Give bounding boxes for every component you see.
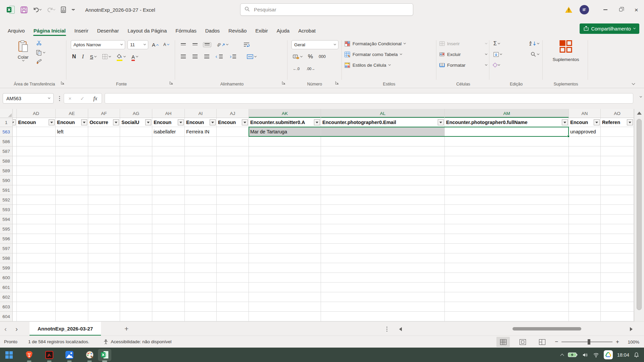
cell-AI603[interactable] [185, 302, 217, 312]
filter-button-AK[interactable] [314, 119, 320, 125]
row-header-595[interactable]: 595 [0, 224, 13, 234]
cell-AK586[interactable] [249, 137, 321, 146]
formula-input[interactable] [105, 93, 633, 104]
cell-AG603[interactable] [120, 302, 152, 312]
column-header-AK[interactable]: AK [249, 109, 321, 118]
cell-AM563[interactable] [445, 127, 569, 137]
cell-AI599[interactable] [185, 263, 217, 273]
column-header-partial[interactable] [13, 109, 17, 118]
cell-AM594[interactable] [445, 215, 569, 224]
cell-AJ597[interactable] [217, 244, 249, 253]
cell-AJ588[interactable] [217, 156, 249, 166]
cell-AD601[interactable] [17, 283, 56, 292]
font-name-combo[interactable]: Aptos Narrow [71, 40, 125, 49]
row-header-1[interactable]: 1 [0, 118, 13, 127]
number-dialog-launcher[interactable] [335, 80, 339, 86]
cell-AD600[interactable] [17, 273, 56, 283]
column-header-AJ[interactable]: AJ [217, 109, 249, 118]
merge-dropdown-icon[interactable] [254, 55, 257, 57]
font-size-combo[interactable]: 11 [127, 40, 148, 49]
cell-AI595[interactable] [185, 224, 217, 234]
cell-AM590[interactable] [445, 176, 569, 185]
cell-AM593[interactable] [445, 205, 569, 215]
cell-AL589[interactable] [321, 166, 445, 176]
cell-AD586[interactable] [17, 137, 56, 146]
cell-AD604[interactable] [17, 312, 56, 321]
row-header-590[interactable]: 590 [0, 176, 13, 185]
cell-AF604[interactable] [88, 312, 120, 321]
enter-button[interactable]: ✓ [80, 96, 85, 102]
taskbar-brave-button[interactable] [25, 351, 34, 359]
cell-AH602[interactable] [152, 292, 185, 302]
cell-AL586[interactable] [321, 137, 445, 146]
column-header-AF[interactable]: AF [88, 109, 120, 118]
cell-AI587[interactable] [185, 146, 217, 156]
prev-sheet-button[interactable]: ‹ [0, 325, 11, 333]
cell-AI588[interactable] [185, 156, 217, 166]
cell-AM598[interactable] [445, 253, 569, 263]
cell-AE591[interactable] [56, 185, 88, 195]
cell-AI594[interactable] [185, 215, 217, 224]
undo-dropdown-icon[interactable] [39, 8, 42, 10]
cell-AO604[interactable] [601, 312, 634, 321]
bold-button[interactable]: N [71, 53, 77, 60]
cell-AG604[interactable] [120, 312, 152, 321]
cell-AM592[interactable] [445, 195, 569, 205]
start-button[interactable] [5, 351, 13, 359]
vertical-scroll-thumb[interactable] [637, 119, 642, 310]
wifi-icon[interactable] [593, 352, 599, 358]
cell-AG589[interactable] [120, 166, 152, 176]
cell-AH592[interactable] [152, 195, 185, 205]
sheet-tab-active[interactable]: AnnotnExp_2026-03-27 [30, 322, 101, 336]
conditional-formatting-button[interactable]: Formatação Condicional [343, 39, 435, 48]
zoom-level[interactable]: 100% [624, 340, 639, 345]
cell-AH588[interactable] [152, 156, 185, 166]
filter-button-AM[interactable] [562, 119, 568, 125]
sort-filter-button[interactable]: AZ [528, 41, 541, 47]
cell-partial587[interactable] [13, 146, 17, 156]
cell-AG601[interactable] [120, 283, 152, 292]
taskbar-photos-button[interactable] [65, 351, 74, 359]
cell-AE604[interactable] [56, 312, 88, 321]
name-box-dropdown-icon[interactable] [48, 97, 50, 99]
cell-AF600[interactable] [88, 273, 120, 283]
cell-AH591[interactable] [152, 185, 185, 195]
row-header-602[interactable]: 602 [0, 292, 13, 302]
cell-AK590[interactable] [249, 176, 321, 185]
cell-AD597[interactable] [17, 244, 56, 253]
filter-button-AO[interactable] [627, 119, 633, 125]
cell-AE597[interactable] [56, 244, 88, 253]
cell-AD603[interactable] [17, 302, 56, 312]
cell-AH596[interactable] [152, 234, 185, 244]
cell-AI604[interactable] [185, 312, 217, 321]
column-header-AM[interactable]: AM [445, 109, 569, 118]
row-header-586[interactable]: 586 [0, 137, 13, 146]
cell-AN588[interactable] [569, 156, 601, 166]
format-painter-button[interactable] [36, 59, 45, 65]
row-header-587[interactable]: 587 [0, 146, 13, 156]
cell-AL587[interactable] [321, 146, 445, 156]
cell-AE563[interactable]: left [56, 127, 88, 137]
cell-AM604[interactable] [445, 312, 569, 321]
cell-AJ594[interactable] [217, 215, 249, 224]
cell-AN596[interactable] [569, 234, 601, 244]
find-select-button[interactable] [529, 51, 540, 58]
cell-AM591[interactable] [445, 185, 569, 195]
row-header-563[interactable]: 563 [0, 127, 13, 137]
cell-AD592[interactable] [17, 195, 56, 205]
cell-AL598[interactable] [321, 253, 445, 263]
cell-AF594[interactable] [88, 215, 120, 224]
borders-dropdown-icon[interactable] [109, 55, 111, 57]
cell-AO601[interactable] [601, 283, 634, 292]
cell-AJ590[interactable] [217, 176, 249, 185]
cell-partial563[interactable] [13, 127, 17, 137]
cell-AL588[interactable] [321, 156, 445, 166]
cell-AG1[interactable]: SocialU [120, 118, 152, 127]
cell-AD595[interactable] [17, 224, 56, 234]
customize-qat-button[interactable] [70, 4, 76, 15]
cell-AJ593[interactable] [217, 205, 249, 215]
cell-AJ586[interactable] [217, 137, 249, 146]
cell-partial598[interactable] [13, 253, 17, 263]
cell-AK602[interactable] [249, 292, 321, 302]
cell-AI1[interactable]: Encoun [185, 118, 217, 127]
